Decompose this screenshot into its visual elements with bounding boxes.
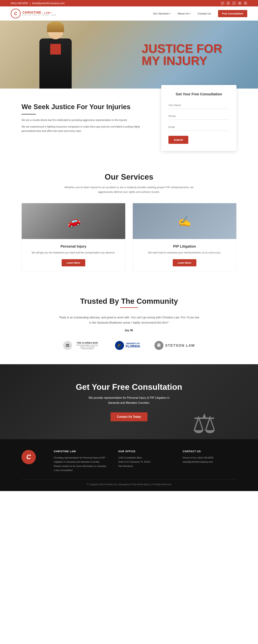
logo-tagline: JUSTICE FOR MY INJURY .COM [22, 14, 56, 16]
hero-title: JUSTICE FOR MY INJURY [142, 42, 222, 67]
nav-about-us[interactable]: About Us ▾ [178, 12, 190, 15]
footer-copyright: © Copyright 2020 Christine Law | Managed… [22, 483, 236, 486]
linkedin-icon[interactable]: in [226, 2, 230, 5]
testimonial-author: Jay W. [22, 329, 236, 332]
footer-top: C CHRISTINE LAW Providing representation… [22, 450, 236, 472]
phone-number[interactable]: (941) 548-9555 [11, 2, 28, 5]
hero-person [36, 24, 75, 88]
trusted-title: Trusted By The Community [22, 297, 236, 306]
footer-col-heading: OUR OFFICE [118, 450, 172, 453]
facebook-icon[interactable]: f [221, 2, 224, 5]
phone-input[interactable] [168, 112, 229, 120]
intro-title: We Seek Justice For Your Injuries [22, 103, 154, 111]
email-input[interactable] [168, 124, 229, 131]
services-grid: Personal Injury We will get you the trea… [22, 203, 236, 272]
service-card-personal-injury: Personal Injury We will get you the trea… [22, 203, 125, 272]
personal-injury-learn-more[interactable]: Learn More [62, 259, 85, 266]
florida-bar-icon: ⚖ [63, 341, 72, 350]
footer-col-christine-law: CHRISTINE LAW Providing representation f… [54, 450, 107, 472]
nav-our-services[interactable]: Our Services ▾ [153, 12, 170, 15]
uf-logo: 🎓 UNIVERSITY OF FLORIDA [115, 341, 140, 350]
logos-row: ⚖ The Florida Bar Protecting Rights, Pur… [22, 341, 236, 350]
consultation-card: Get Your Free Consultation Submit [161, 85, 236, 151]
footer-logo: C [22, 450, 43, 472]
cta-title: Get Your Free Consultation [22, 382, 236, 392]
footer-col-our-office: OUR OFFICE 2100 Constitution Blvd., Suit… [118, 450, 172, 472]
service-desc: We work hard to maximize your reimbursem… [138, 250, 231, 255]
contact-info: (941) 548-9555 | karly@justiceformyinjur… [11, 2, 65, 5]
nav-links: Our Services ▾ About Us ▾ Contact Us Fre… [153, 10, 247, 17]
logo-text: CHRISTINE | LAW™ JUSTICE FOR MY INJURY .… [22, 11, 56, 16]
logo: C CHRISTINE | LAW™ JUSTICE FOR MY INJURY… [11, 8, 56, 18]
services-title: Our Services [22, 172, 236, 182]
trusted-section: Trusted By The Community "Karly is an ou… [0, 283, 258, 364]
services-subtitle: Whether you've been injured in an accide… [57, 185, 201, 194]
separator: | [30, 2, 31, 5]
chevron-down-icon: ▾ [169, 12, 170, 15]
service-name: PIP Litigation [138, 244, 231, 248]
hero-text: JUSTICE FOR MY INJURY [142, 42, 222, 67]
service-card-body: Personal Injury We will get you the trea… [22, 239, 125, 272]
hero-section: JUSTICE FOR MY INJURY [0, 20, 258, 88]
services-section: Our Services Whether you've been injured… [0, 162, 258, 283]
footer-col-text: Providing representation for Personal In… [54, 456, 107, 472]
twitter-icon[interactable]: t [232, 2, 236, 5]
intro-para-2: We are experienced in fighting insurance… [22, 125, 154, 133]
gavel-decoration: ⚖ [177, 394, 231, 439]
service-name: Personal Injury [27, 244, 120, 248]
logo-circle-icon: C [11, 8, 21, 18]
footer-email[interactable]: karly@justiceformyinjury.com [183, 460, 236, 464]
chevron-down-icon: ▾ [189, 12, 190, 15]
social-links: f in t ✿ ✉ [221, 2, 247, 5]
nav-contact-us[interactable]: Contact Us [198, 12, 211, 15]
footer-address-line1: 2100 Constitution Blvd., [118, 456, 172, 460]
footer-col-heading: CHRISTINE LAW [54, 450, 107, 453]
footer-get-directions[interactable]: Get Directions [118, 464, 172, 468]
intro-divider [22, 114, 36, 114]
footer-logo-circle: C [22, 450, 36, 464]
uf-name: FLORIDA [126, 344, 140, 348]
submit-button[interactable]: Submit [168, 136, 188, 144]
contact-us-today-button[interactable]: Contact Us Today [110, 412, 148, 421]
stetson-name: Stetson Law [165, 344, 195, 348]
free-consultation-button[interactable]: Free Consultation [218, 10, 247, 17]
pip-image [133, 203, 236, 239]
uf-icon: 🎓 [115, 341, 124, 350]
intro-section: We Seek Justice For Your Injuries We are… [0, 88, 258, 162]
footer-address-line2: Suite #113 Sarasota, FL 34231 [118, 460, 172, 464]
top-bar: (941) 548-9555 | karly@justiceformyinjur… [0, 0, 258, 6]
name-input[interactable] [168, 102, 229, 109]
service-card-body: PIP Litigation We work hard to maximize … [133, 239, 236, 272]
brand-name: CHRISTINE | LAW™ [22, 11, 56, 14]
navbar: C CHRISTINE | LAW™ JUSTICE FOR MY INJURY… [0, 6, 258, 20]
personal-injury-image [22, 203, 125, 239]
florida-bar-logo: ⚖ The Florida Bar Protecting Rights, Pur… [63, 341, 101, 350]
service-desc: We will get you the treatment you need a… [27, 250, 120, 255]
email-address[interactable]: karly@justiceformyinjury.com [32, 2, 65, 5]
stetson-logo: 🏛 Stetson Law [155, 341, 195, 350]
service-card-pip: PIP Litigation We work hard to maximize … [133, 203, 236, 272]
pip-learn-more[interactable]: Learn More [173, 259, 196, 266]
florida-bar-name: The Florida Bar [74, 342, 101, 344]
cta-subtitle: We provide representation for Personal I… [84, 395, 174, 405]
email-icon[interactable]: ✉ [244, 2, 247, 5]
testimonial-text: "Karly is an outstanding attorney, and g… [57, 315, 201, 326]
intro-para-1: We are a results-driven law firm dedicat… [22, 118, 154, 122]
footer: C CHRISTINE LAW Providing representation… [0, 439, 258, 491]
cta-section: ⚖ Get Your Free Consultation We provide … [0, 364, 258, 439]
footer-phone: Phone & Fax: (941) 548-9555 [183, 456, 236, 460]
florida-bar-sub: Protecting Rights, Pursuing Justice, Pro… [74, 344, 101, 350]
consult-card-title: Get Your Free Consultation [168, 92, 229, 96]
footer-col-contact-us: CONTACT US Phone & Fax: (941) 548-9555 k… [183, 450, 236, 472]
intro-text: We Seek Justice For Your Injuries We are… [22, 99, 154, 136]
footer-col-heading: CONTACT US [183, 450, 236, 453]
stetson-icon: 🏛 [155, 341, 163, 350]
instagram-icon[interactable]: ✿ [238, 2, 241, 5]
trusted-underline [120, 307, 138, 308]
